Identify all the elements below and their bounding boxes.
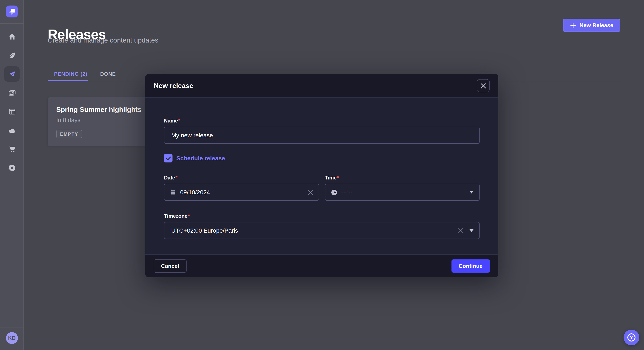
tab-pending[interactable]: PENDING (2) (48, 68, 94, 80)
timezone-clear-button[interactable] (458, 228, 464, 233)
sidebar-item-home[interactable] (4, 29, 20, 44)
required-mark: * (188, 213, 190, 219)
cloud-icon (8, 126, 16, 134)
calendar-icon (170, 189, 176, 195)
date-field: Date* 09/10/2024 (164, 174, 319, 201)
required-mark: * (178, 118, 180, 124)
images-icon (8, 89, 16, 97)
sidebar-items (0, 27, 24, 177)
new-release-button-label: New Release (580, 22, 613, 28)
time-label: Time (325, 175, 337, 181)
window-icon (8, 107, 16, 116)
timezone-label: Timezone (164, 213, 188, 219)
modal-header: New release (145, 74, 498, 98)
page-subtitle: Create and manage content updates (48, 37, 158, 44)
chevron-down-icon (469, 229, 474, 232)
modal-footer: Cancel Continue (145, 254, 498, 277)
gear-icon (8, 164, 16, 172)
sidebar-item-marketplace[interactable] (4, 141, 20, 157)
time-placeholder: --:-- (342, 189, 353, 196)
schedule-release-row[interactable]: Schedule release (164, 154, 480, 163)
required-mark: * (176, 175, 178, 181)
sidebar-divider (0, 23, 24, 24)
date-label: Date (164, 175, 175, 181)
sidebar-item-pages[interactable] (4, 104, 20, 119)
sidebar-divider (0, 327, 24, 328)
cancel-button[interactable]: Cancel (154, 259, 186, 273)
timezone-value: UTC+02:00 Europe/Paris (170, 227, 238, 234)
feather-icon (8, 51, 16, 59)
modal-body: Name* Schedule release Date* (145, 98, 498, 239)
sidebar-item-cloud[interactable] (4, 123, 20, 138)
schedule-checkbox[interactable] (164, 154, 172, 163)
date-clear-button[interactable] (308, 190, 313, 195)
sidebar-item-content[interactable] (4, 48, 20, 63)
modal-title: New release (154, 82, 193, 90)
tab-bar: PENDING (2) DONE (48, 68, 122, 80)
tab-done[interactable]: DONE (94, 68, 122, 80)
date-value: 09/10/2024 (180, 189, 210, 196)
sidebar-item-releases[interactable] (4, 66, 20, 82)
strapi-logo[interactable] (6, 5, 18, 17)
name-field: Name* (164, 117, 480, 144)
time-field: Time* --:-- (325, 174, 480, 201)
chevron-down-icon (469, 191, 474, 193)
clock-icon (331, 189, 337, 195)
send-icon (8, 70, 16, 78)
close-icon (481, 83, 486, 88)
new-release-button[interactable]: New Release (563, 19, 620, 32)
sidebar: KD (0, 0, 24, 350)
plus-icon (570, 22, 576, 28)
checkmark-icon (166, 156, 171, 161)
new-release-modal: New release Name* Schedule release (145, 74, 498, 277)
question-mark-icon: ? (628, 334, 636, 342)
date-input[interactable]: 09/10/2024 (164, 184, 319, 201)
time-input[interactable]: --:-- (325, 184, 480, 201)
user-avatar[interactable]: KD (6, 332, 18, 344)
sidebar-item-settings[interactable] (4, 160, 20, 175)
required-mark: * (337, 175, 339, 181)
modal-close-button[interactable] (476, 79, 490, 92)
name-input[interactable] (164, 127, 480, 144)
home-icon (8, 32, 16, 41)
app-window: KD Releases Create and manage content up… (0, 0, 644, 350)
schedule-checkbox-label: Schedule release (176, 155, 225, 162)
continue-button[interactable]: Continue (451, 259, 490, 273)
release-card-badge: EMPTY (56, 130, 82, 138)
date-time-row: Date* 09/10/2024 (164, 174, 480, 201)
active-tab-underline (48, 80, 88, 81)
cart-icon (8, 145, 16, 153)
strapi-logo-icon (6, 5, 18, 17)
sidebar-item-media[interactable] (4, 85, 20, 100)
timezone-field: Timezone* UTC+02:00 Europe/Paris (164, 212, 480, 239)
name-label: Name (164, 118, 178, 124)
help-button[interactable]: ? (624, 330, 639, 345)
timezone-input[interactable]: UTC+02:00 Europe/Paris (164, 222, 480, 239)
